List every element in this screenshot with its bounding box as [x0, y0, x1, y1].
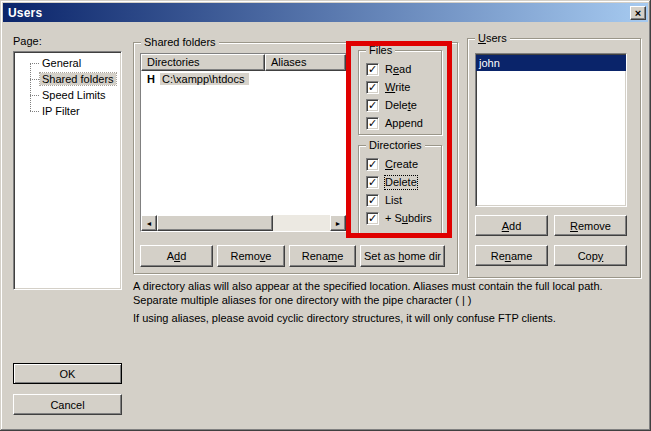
check-icon: ✓: [368, 213, 377, 224]
folder-remove-label: Remove: [231, 250, 272, 262]
delete-dirs-checkbox[interactable]: ✓: [366, 176, 379, 189]
read-checkbox[interactable]: ✓: [366, 63, 379, 76]
user-remove-button[interactable]: Remove: [554, 215, 627, 236]
delete-files-checkbox[interactable]: ✓: [366, 99, 379, 112]
user-add-label: Add: [502, 220, 522, 232]
page-list: General Shared folders Speed Limits IP F…: [13, 51, 122, 290]
page-item-ip-filter[interactable]: IP Filter: [14, 103, 121, 119]
home-flag: H: [147, 73, 155, 85]
directory-path: C:\xampp\htdocs: [160, 73, 249, 85]
set-as-home-dir-button[interactable]: Set as home dir: [360, 245, 445, 267]
horizontal-scrollbar[interactable]: ◄ ►: [141, 215, 346, 231]
checkbox-row-write[interactable]: ✓ Write: [366, 81, 441, 94]
user-add-button[interactable]: Add: [475, 215, 548, 236]
checkbox-row-read[interactable]: ✓ Read: [366, 63, 441, 76]
page-item-label: General: [40, 57, 83, 69]
write-checkbox[interactable]: ✓: [366, 81, 379, 94]
checkbox-row-append[interactable]: ✓ Append: [366, 117, 441, 130]
shared-folders-group-title: Shared folders: [141, 36, 219, 48]
write-label[interactable]: Write: [385, 81, 410, 94]
scroll-left-button[interactable]: ◄: [141, 215, 157, 231]
list-checkbox[interactable]: ✓: [366, 194, 379, 207]
check-icon: ✓: [368, 100, 377, 111]
files-permissions-group: Files ✓ Read ✓ Write ✓ Delete ✓ Append: [358, 50, 442, 135]
page-label: Page:: [13, 35, 42, 47]
append-label[interactable]: Append: [385, 117, 423, 130]
alias-note-2: If using aliases, please avoid cyclic di…: [133, 311, 641, 325]
page-item-label: Speed Limits: [40, 89, 108, 101]
scroll-right-button[interactable]: ►: [330, 215, 346, 231]
window-title: Users: [8, 6, 42, 20]
checkbox-row-subdirs[interactable]: ✓ + Subdirs: [366, 212, 441, 225]
delete-files-label[interactable]: Delete: [385, 99, 417, 112]
scroll-right-icon: ►: [335, 220, 342, 227]
directories-group-title: Directories: [366, 139, 425, 151]
directories-list-body: HC:\xampp\htdocs: [141, 71, 346, 215]
folder-add-button[interactable]: Add: [140, 245, 213, 267]
column-header-aliases[interactable]: Aliases: [265, 54, 346, 71]
page-item-label: Shared folders: [40, 73, 116, 85]
cancel-button[interactable]: Cancel: [13, 394, 122, 415]
checkbox-row-delete-dirs[interactable]: ✓ Delete: [366, 176, 441, 189]
read-label[interactable]: Read: [385, 63, 411, 76]
checkbox-row-delete-files[interactable]: ✓ Delete: [366, 99, 441, 112]
directory-row[interactable]: HC:\xampp\htdocs: [141, 71, 346, 87]
append-checkbox[interactable]: ✓: [366, 117, 379, 130]
directories-permissions-group: Directories ✓ Create ✓ Delete ✓ List ✓ +…: [358, 145, 442, 235]
folder-rename-button[interactable]: Rename: [289, 245, 356, 267]
directories-list-header: Directories Aliases: [141, 54, 346, 71]
create-checkbox[interactable]: ✓: [366, 158, 379, 171]
ok-label: OK: [60, 368, 76, 380]
users-list: john: [475, 53, 627, 207]
checkbox-row-create[interactable]: ✓ Create: [366, 158, 441, 171]
checkbox-row-list[interactable]: ✓ List: [366, 194, 441, 207]
scrollbar-thumb[interactable]: [157, 215, 273, 231]
close-icon: ×: [635, 8, 641, 18]
folder-remove-button[interactable]: Remove: [217, 245, 285, 267]
files-group-title: Files: [366, 44, 395, 56]
check-icon: ✓: [368, 82, 377, 93]
cancel-label: Cancel: [50, 399, 84, 411]
subdirs-label[interactable]: + Subdirs: [385, 212, 432, 225]
delete-dirs-label[interactable]: Delete: [385, 176, 417, 189]
page-item-speed-limits[interactable]: Speed Limits: [14, 87, 121, 103]
set-as-home-dir-label: Set as home dir: [364, 250, 441, 262]
user-rename-button[interactable]: Rename: [475, 245, 548, 266]
list-label[interactable]: List: [385, 194, 402, 207]
page-item-general[interactable]: General: [14, 55, 121, 71]
column-header-directories[interactable]: Directories: [141, 54, 265, 71]
page-item-shared-folders[interactable]: Shared folders: [14, 71, 121, 87]
folder-rename-label: Rename: [302, 250, 344, 262]
scrollbar-track[interactable]: [273, 215, 330, 231]
folder-add-label: Add: [167, 250, 187, 262]
users-group-title: Users: [475, 32, 510, 44]
check-icon: ✓: [368, 64, 377, 75]
directories-list: Directories Aliases HC:\xampp\htdocs ◄ ►: [140, 53, 347, 232]
close-button[interactable]: ×: [630, 6, 646, 20]
check-icon: ✓: [368, 177, 377, 188]
user-rename-label: Rename: [491, 250, 533, 262]
users-dialog: Users × Page: General Shared folders Spe…: [0, 0, 651, 431]
subdirs-checkbox[interactable]: ✓: [366, 212, 379, 225]
page-item-label: IP Filter: [40, 105, 82, 117]
scroll-left-icon: ◄: [146, 220, 153, 227]
user-copy-label: Copy: [578, 250, 604, 262]
create-label[interactable]: Create: [385, 158, 418, 171]
check-icon: ✓: [368, 118, 377, 129]
user-remove-label: Remove: [570, 220, 611, 232]
alias-notes: A directory alias will also appear at th…: [133, 279, 641, 325]
user-item-john[interactable]: john: [476, 55, 626, 71]
ok-button[interactable]: OK: [13, 363, 122, 384]
alias-note-1: A directory alias will also appear at th…: [133, 279, 641, 307]
user-copy-button[interactable]: Copy: [554, 245, 627, 266]
titlebar[interactable]: Users: [3, 3, 648, 22]
check-icon: ✓: [368, 159, 377, 170]
check-icon: ✓: [368, 195, 377, 206]
